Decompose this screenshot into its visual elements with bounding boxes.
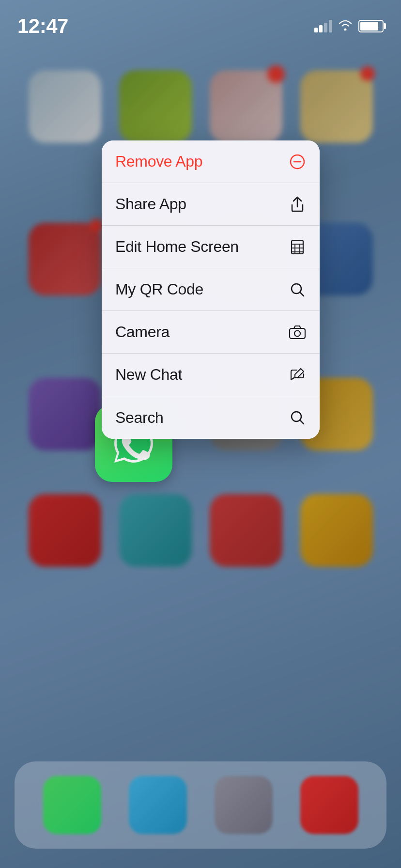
battery-icon [358,20,384,32]
battery-fill [360,22,378,31]
menu-item-edit-home-screen[interactable]: Edit Home Screen [102,226,320,268]
status-bar: 12:47 [0,0,401,43]
share-icon [289,196,306,213]
menu-item-new-chat[interactable]: New Chat [102,354,320,396]
status-icons [314,19,384,34]
dock-icon-4[interactable] [300,776,358,834]
search-icon [289,409,306,426]
menu-item-remove-app[interactable]: Remove App [102,140,320,183]
dock-icon-2[interactable] [129,776,187,834]
signal-bars-icon [314,20,332,32]
grid-icon [289,238,306,256]
menu-item-share-app[interactable]: Share App [102,183,320,226]
dock-icon-1[interactable] [43,776,101,834]
qr-search-icon [289,281,306,298]
status-time: 12:47 [17,15,68,38]
minus-circle-icon [289,153,306,170]
menu-item-label: My QR Code [115,280,203,298]
menu-item-label: Share App [115,195,186,213]
menu-item-label: Edit Home Screen [115,238,239,256]
camera-icon [289,324,306,341]
menu-item-label: New Chat [115,366,182,384]
svg-point-12 [292,412,301,421]
menu-item-label: Search [115,409,164,427]
menu-item-my-qr-code[interactable]: My QR Code [102,268,320,311]
wifi-icon [338,19,353,34]
svg-line-13 [300,420,304,424]
menu-item-search[interactable]: Search [102,396,320,439]
svg-line-9 [300,293,304,296]
context-menu: Remove App Share App Edit Home Screen [102,140,320,439]
svg-point-11 [294,330,300,336]
dock-icon-3[interactable] [215,776,273,834]
menu-item-camera[interactable]: Camera [102,311,320,354]
menu-item-label: Camera [115,323,170,341]
svg-point-8 [292,284,301,294]
dock [15,761,386,849]
menu-item-label: Remove App [115,153,202,170]
svg-rect-10 [290,328,305,339]
compose-icon [289,366,306,384]
